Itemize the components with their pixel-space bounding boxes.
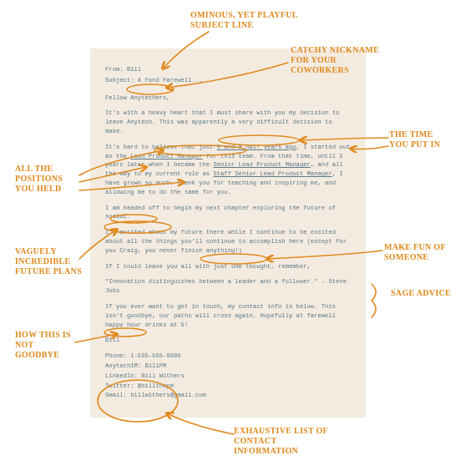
annotation-subject: OMINOUS, YET PLAYFUL SUBJECT LINE	[190, 10, 307, 30]
quote: "Innovation distinguishes between a lead…	[105, 277, 351, 296]
annotation-time: THE TIME YOU PUT IN	[389, 129, 448, 149]
email-document: From: Bill Subject: A Fond Farewell... F…	[90, 48, 366, 418]
annotation-makefun: MAKE FUN OF SOMEONE	[384, 242, 451, 262]
role-3: Staff Senior Lead Product Manager	[213, 170, 332, 177]
from-value: Bill	[127, 66, 141, 73]
contact-twitter: Twitter: @billthepm	[105, 382, 351, 391]
contact-gmail: Gmail: billwithers@gmail.com	[105, 391, 351, 400]
subject-value: A Fond Farewell...	[138, 77, 203, 84]
annotation-nickname: CATCHY NICKNAME FOR YOUR COWORKERS	[291, 45, 391, 75]
signoff: Bill	[105, 336, 351, 345]
annotation-sage: SAGE ADVICE	[391, 288, 458, 298]
paragraph-contact: If you ever want to get in touch, my con…	[105, 302, 351, 329]
annotation-notgoodbye: HOW THIS IS NOT GOODBYE	[15, 330, 73, 360]
contact-phone: Phone: 1-555-555-9898	[105, 352, 351, 361]
paragraph-history: It's hard to believe that just 5 and a h…	[105, 143, 351, 197]
from-label: From:	[105, 66, 124, 73]
time-span: 5 and a half years ago	[217, 144, 296, 150]
salutation: Fellow Anytechers,	[105, 94, 351, 103]
subject-label: Subject:	[105, 77, 134, 84]
role-1: Lead Product Manager	[130, 153, 202, 160]
contact-linkedin: LinkedIn: Bill Withers	[105, 372, 351, 381]
paragraph-excited: I'm excited about my future there while …	[105, 228, 351, 255]
contact-im: AnytechIM: BillPM	[105, 362, 351, 371]
annotation-future: VAGUELY INCREDIBLE FUTURE PLANS	[15, 246, 82, 276]
paragraph-thought: If I could leave you all with just one t…	[105, 262, 351, 271]
annotation-positions: ALL THE POSITIONS YOU HELD	[15, 164, 82, 194]
role-2: Senior Lead Product Manager	[213, 161, 310, 168]
annotation-contact: EXHAUSTIVE LIST OF CONTACT INFORMATION	[234, 426, 334, 456]
subject-line: Subject: A Fond Farewell...	[105, 76, 351, 85]
paragraph-future: I am headed off to begin my next chapter…	[105, 204, 351, 222]
paragraph-intro: It's with a heavy heart that I must shar…	[105, 109, 351, 135]
signature-block: Phone: 1-555-555-9898 AnytechIM: BillPM …	[105, 352, 351, 400]
